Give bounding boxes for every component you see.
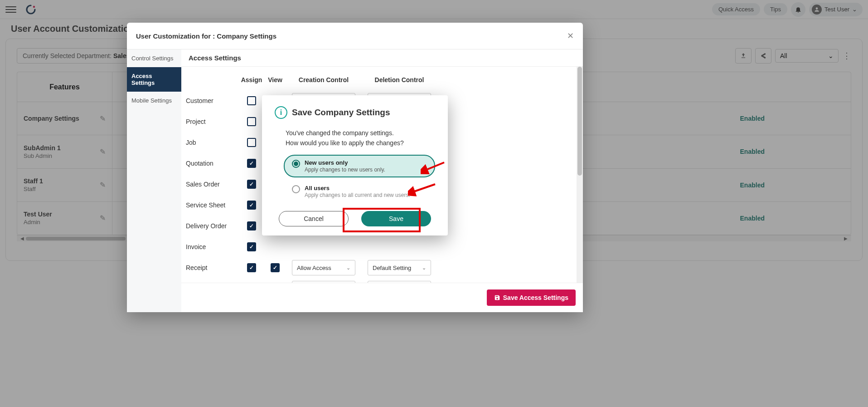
close-icon[interactable]: ✕ [567,31,574,41]
modal-title: User Customization for : Company Setting… [136,32,276,40]
row-label: Service Sheet [185,201,239,209]
assign-checkbox[interactable] [247,138,256,147]
confirm-title: Save Company Settings [292,108,390,118]
creation-control-select[interactable]: Allow Access⌄ [292,281,355,283]
deletion-control-select[interactable]: Default Setting⌄ [368,281,431,283]
creation-control-select[interactable]: Allow Access⌄ [292,260,355,275]
access-row: ReceiptAllow Access⌄Default Setting⌄ [185,257,583,278]
row-label: Quotation [185,160,239,167]
save-access-settings-button[interactable]: Save Access Settings [487,289,576,306]
view-checkbox[interactable] [271,263,280,272]
row-label: Delivery Order [185,222,239,230]
info-icon: i [275,106,287,119]
row-label: Job [185,139,239,146]
assign-checkbox[interactable] [247,96,256,105]
radio-icon [292,185,300,193]
option-all-users[interactable]: All users Apply changes to all current a… [284,180,435,203]
tab-mobile-settings[interactable]: Mobile Settings [127,92,181,109]
row-label: Customer [185,97,239,104]
vertical-scrollbar[interactable] [577,67,583,283]
access-row: Template 7Allow Access⌄Default Setting⌄ [185,278,583,283]
access-row: Invoice [185,236,583,257]
row-label: Sales Order [185,181,239,188]
save-icon [494,294,500,301]
tab-access-settings[interactable]: Access Settings [127,67,181,92]
assign-checkbox[interactable] [247,201,256,210]
assign-checkbox[interactable] [247,117,256,126]
modal-sidebar: Control Settings Access Settings Mobile … [127,49,181,312]
tab-control-settings[interactable]: Control Settings [127,49,181,67]
content-header: Access Settings [181,49,583,67]
option-new-users[interactable]: New users only Apply changes to new user… [284,155,435,177]
assign-checkbox[interactable] [247,221,256,230]
assign-checkbox[interactable] [247,180,256,189]
save-confirm-modal: i Save Company Settings You've changed t… [262,95,448,235]
radio-icon [292,160,300,168]
deletion-control-select[interactable]: Default Setting⌄ [368,260,431,275]
save-button[interactable]: Save [361,211,431,226]
assign-checkbox[interactable] [247,263,256,272]
cancel-button[interactable]: Cancel [279,211,349,226]
assign-checkbox[interactable] [247,159,256,168]
row-label: Receipt [185,264,239,271]
row-label: Project [185,118,239,125]
assign-checkbox[interactable] [247,242,256,251]
row-label: Invoice [185,243,239,250]
